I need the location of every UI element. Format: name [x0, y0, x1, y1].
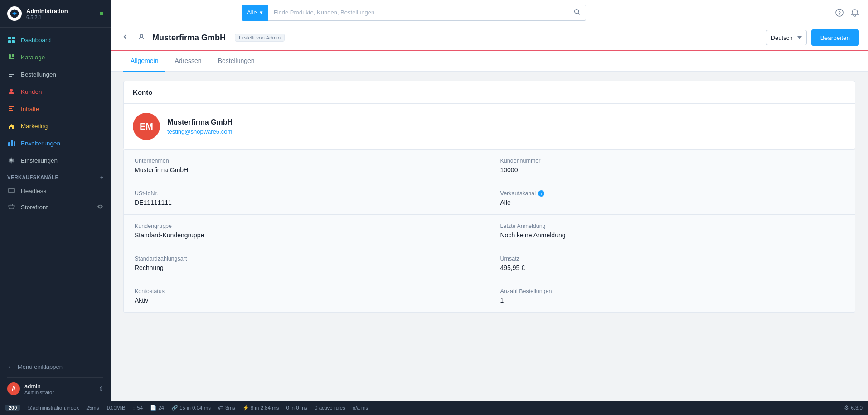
detail-label-kontostatus: Kontostatus	[135, 288, 479, 294]
detail-verkaufskanal: Verkaufskanal i Alle	[490, 182, 855, 215]
time-indicator: 25ms	[86, 405, 99, 410]
headless-icon	[7, 187, 15, 195]
nva-indicator: n/a ms	[353, 405, 369, 410]
sidebar-item-marketing[interactable]: Marketing	[0, 117, 111, 135]
version-indicator: ⚙ 6.3.0	[844, 405, 863, 411]
settings-icon	[7, 156, 15, 164]
content-area: Allgemein Adressen Bestellungen Konto EM…	[111, 51, 868, 401]
db-queries-indicator: ↕ 54	[133, 405, 143, 410]
headless-label: Headless	[21, 188, 46, 194]
sidebar-item-dashboard[interactable]: Dashboard	[0, 31, 111, 48]
add-channel-icon[interactable]: +	[100, 174, 103, 180]
online-indicator	[100, 12, 103, 15]
avatar-section: EM Musterfirma GmbH testing@shopware6.co…	[124, 104, 855, 149]
svg-rect-8	[12, 58, 14, 58]
tab-adressen[interactable]: Adressen	[167, 51, 209, 72]
back-button[interactable]	[120, 31, 131, 44]
sidebar-item-kataloge[interactable]: Kataloge	[0, 48, 111, 66]
sidebar-item-storefront[interactable]: Storefront	[0, 199, 111, 215]
detail-value-unternehmen: Musterfirma GmbH	[135, 166, 479, 174]
orders-icon	[7, 70, 15, 78]
main-nav: Dashboard Kataloge Bestellungen Kunden	[0, 28, 111, 355]
events-indicator: 0 in 0 ms	[286, 405, 307, 410]
extensions-icon	[7, 139, 15, 147]
detail-value-kundengruppe: Standard-Kundengruppe	[135, 232, 479, 239]
collapse-menu-button[interactable]: ← Menü einklappen	[7, 361, 103, 373]
user-chevron-icon: ⇧	[99, 386, 103, 392]
main-area: Alle ▾ ?	[111, 0, 868, 401]
sidebar-item-label: Marketing	[21, 123, 48, 130]
detail-label-zahlungsart: Standardzahlungsart	[135, 256, 479, 262]
detail-label-letzte-anmeldung: Letzte Anmeldung	[500, 223, 844, 229]
search-filter-button[interactable]: Alle ▾	[242, 5, 268, 21]
svg-rect-14	[9, 108, 12, 109]
customers-icon	[7, 87, 15, 96]
search-wrapper: Alle ▾	[242, 5, 586, 21]
verkaufskanal-info-icon[interactable]: i	[538, 190, 544, 197]
language-select[interactable]: Deutsch English	[766, 30, 807, 45]
search-filter-label: Alle	[247, 9, 257, 16]
cache-indicator: ⚡ 8 in 2.84 ms	[242, 405, 279, 411]
detail-value-ust: DE11111111	[135, 199, 479, 206]
content-icon	[7, 105, 15, 113]
search-submit-button[interactable]	[568, 5, 586, 21]
detail-value-zahlungsart: Rechnung	[135, 264, 479, 271]
detail-kontostatus: Kontostatus Aktiv	[124, 280, 490, 312]
detail-value-letzte-anmeldung: Noch keine Anmeldung	[500, 232, 844, 239]
sidebar-item-label: Bestellungen	[21, 71, 56, 78]
sidebar-item-inhalte[interactable]: Inhalte	[0, 100, 111, 117]
detail-letzte-anmeldung: Letzte Anmeldung Noch keine Anmeldung	[490, 215, 855, 247]
customer-name: Musterfirma GmbH	[167, 118, 233, 126]
details-grid: Unternehmen Musterfirma GmbH Kundennumme…	[124, 150, 855, 312]
detail-label-verkaufskanal: Verkaufskanal i	[500, 190, 844, 197]
tags-indicator: 🏷 3ms	[218, 405, 235, 410]
sidebar: Administration 6.5.2.1 Dashboard Katalog…	[0, 0, 111, 401]
sidebar-item-headless[interactable]: Headless	[0, 183, 111, 199]
sidebar-item-label: Einstellungen	[21, 157, 58, 164]
detail-unternehmen: Unternehmen Musterfirma GmbH	[124, 150, 490, 182]
sidebar-item-label: Erweiterungen	[21, 140, 60, 147]
app-logo	[7, 6, 22, 21]
sidebar-item-erweiterungen[interactable]: Erweiterungen	[0, 135, 111, 152]
sidebar-item-bestellungen[interactable]: Bestellungen	[0, 66, 111, 83]
details-card: Unternehmen Musterfirma GmbH Kundennumme…	[123, 150, 855, 313]
subheader: Musterfirma GmbH Erstellt von Admin Deut…	[111, 25, 868, 51]
edit-button[interactable]: Bearbeiten	[811, 29, 859, 46]
search-input[interactable]	[268, 5, 568, 21]
svg-rect-11	[9, 76, 12, 77]
collapse-icon: ←	[7, 363, 13, 370]
detail-value-verkaufskanal: Alle	[500, 199, 844, 206]
svg-rect-15	[9, 110, 13, 111]
marketing-icon	[7, 122, 15, 130]
customer-email[interactable]: testing@shopware6.com	[167, 128, 233, 135]
notifications-button[interactable]	[851, 9, 859, 17]
sidebar-item-label: Kataloge	[21, 54, 45, 61]
svg-rect-21	[10, 193, 13, 193]
sidebar-item-label: Dashboard	[21, 37, 51, 43]
help-button[interactable]: ?	[835, 9, 844, 17]
detail-zahlungsart: Standardzahlungsart Rechnung	[124, 247, 490, 280]
network-indicator: 🔗 15 in 0.04 ms	[171, 405, 211, 411]
svg-point-22	[575, 10, 579, 14]
svg-rect-16	[8, 142, 10, 146]
visibility-icon[interactable]	[97, 203, 103, 211]
user-row[interactable]: A admin Administrator ⇧	[7, 377, 103, 395]
sidebar-footer: ← Menü einklappen A admin Administrator …	[0, 355, 111, 401]
entity-title: Musterfirma GmbH	[152, 33, 226, 43]
svg-rect-10	[9, 74, 14, 75]
detail-kundennummer: Kundennummer 10000	[490, 150, 855, 182]
customers-nav-icon[interactable]	[136, 31, 147, 44]
tab-allgemein[interactable]: Allgemein	[123, 51, 165, 72]
route-label: @administration.index	[27, 405, 79, 410]
svg-point-26	[140, 34, 143, 37]
svg-rect-2	[12, 37, 15, 39]
svg-rect-7	[9, 58, 14, 59]
svg-rect-3	[8, 40, 11, 43]
sidebar-header: Administration 6.5.2.1	[0, 0, 111, 28]
sidebar-item-kunden[interactable]: Kunden	[0, 83, 111, 100]
sidebar-item-einstellungen[interactable]: Einstellungen	[0, 152, 111, 169]
svg-point-12	[10, 89, 13, 92]
detail-umsatz: Umsatz 495,95 €	[490, 247, 855, 280]
detail-label-kundennummer: Kundennummer	[500, 158, 844, 164]
tab-bestellungen[interactable]: Bestellungen	[211, 51, 262, 72]
